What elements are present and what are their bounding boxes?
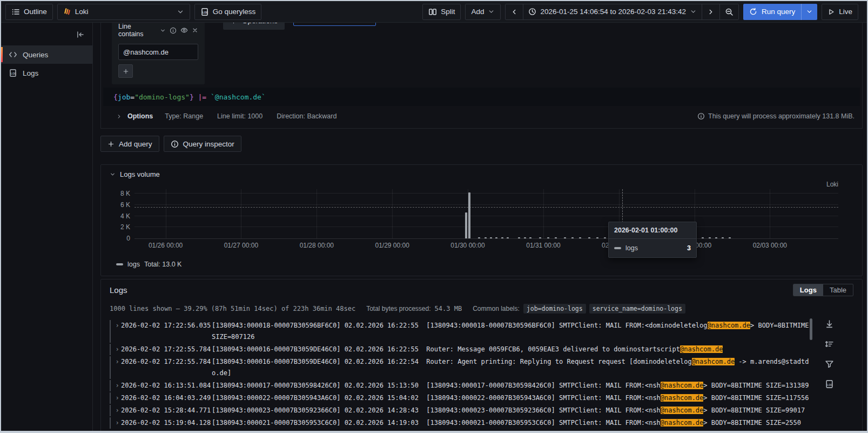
run-query-interval-dropdown[interactable]	[801, 4, 817, 20]
datasource-picker[interactable]: Loki	[57, 4, 190, 20]
collapse-section-icon[interactable]	[110, 171, 116, 177]
log-message: [1380943:000016-00007B3059DE46C0] 02.02.…	[212, 356, 813, 379]
expand-log-row-icon[interactable]: ›	[113, 380, 121, 391]
log-timestamp: 2026-02-02 16:04:03.249	[121, 392, 212, 404]
add-query-button[interactable]: Add query	[100, 136, 159, 152]
toggle-logs[interactable]: Logs	[793, 284, 823, 296]
option-line-limit: Line limit: 1000	[217, 112, 263, 120]
log-row[interactable]: ›2026-02-02 16:13:51.084[1380943:000017-…	[110, 380, 853, 391]
expand-log-row-icon[interactable]: ›	[113, 320, 121, 343]
x-axis-tick-label: 01/27 00:00	[224, 242, 258, 249]
log-volume-bar	[579, 237, 581, 238]
logs-meta-row: 1000 lines shown — 39.29% (87h 51min 14s…	[110, 304, 853, 314]
log-text: > BODY=8BITMIME SIZE=131389	[703, 382, 809, 389]
log-volume-bar	[490, 237, 492, 238]
sidebar-item-queries[interactable]: Queries	[1, 45, 92, 64]
filter-icon[interactable]	[825, 359, 834, 369]
query-code-segments: {job="domino-logs"} |= `@nashcom.de`	[113, 93, 266, 101]
add-dropdown-button[interactable]: Add	[465, 4, 501, 20]
log-context-icon[interactable]: LOG	[825, 379, 834, 389]
log-message: [1380943:000022-00007B305943A6C0] 02.02.…	[212, 392, 813, 404]
options-toggle[interactable]: Options	[127, 112, 153, 120]
h-gridline	[134, 216, 838, 216]
split-columns-icon	[428, 8, 437, 16]
info-icon	[171, 140, 179, 148]
eye-icon[interactable]	[180, 26, 188, 34]
line-contains-value-input[interactable]	[118, 44, 198, 60]
zoom-out-time-button[interactable]	[719, 4, 739, 20]
chevron-right-icon[interactable]	[116, 114, 122, 119]
log-row[interactable]: ›2026-02-02 17:22:56.035[1380943:000018-…	[110, 320, 853, 343]
x-axis-tick-label: 02/03 00:00	[753, 242, 787, 249]
sidebar-item-label: Logs	[23, 69, 38, 77]
log-level-bar	[110, 356, 111, 379]
logs-volume-chart[interactable]: Loki 02 K4 K6 K8 K01/26 00:0001/27 00:00…	[110, 179, 853, 253]
query-size-estimate: This query will process approximately 13…	[697, 112, 854, 120]
log-text: [1380943:000022-00007B305943A6C0] 02.02.…	[212, 394, 661, 402]
y-axis-tick-label: 0	[111, 235, 130, 242]
add-value-button[interactable]	[118, 64, 133, 78]
log-message: [1380943:000018-00007B30596BF6C0] 02.02.…	[212, 320, 813, 343]
v-gridline	[392, 189, 393, 238]
search-match-highlight: @nashcom.de	[708, 322, 750, 329]
query-inspector-button[interactable]: Query inspector	[164, 136, 241, 152]
operations-button[interactable]: Operations	[223, 23, 285, 30]
sort-order-icon[interactable]	[825, 339, 834, 349]
chevron-down-icon	[488, 8, 495, 15]
log-volume-bar	[485, 237, 487, 238]
logs-volume-panel: Logs volume Loki 02 K4 K6 K8 K01/26 00:0…	[100, 164, 863, 276]
v-gridline	[166, 189, 166, 238]
chart-legend[interactable]: logs Total: 13.0 K	[116, 261, 853, 268]
log-volume-bar	[555, 237, 557, 238]
run-query-button[interactable]: Run query	[743, 4, 801, 20]
zoom-out-icon	[725, 8, 734, 16]
threshold-line	[134, 207, 838, 208]
tooltip-value: 3	[687, 244, 691, 252]
time-shift-forward-button[interactable]	[702, 4, 720, 20]
operation-title: Line contains	[118, 23, 156, 38]
expand-log-row-icon[interactable]: ›	[113, 392, 121, 404]
log-text: > BODY=8BITMIME SIZE=117556	[703, 394, 809, 402]
expand-log-row-icon[interactable]: ›	[113, 344, 121, 355]
expand-log-row-icon[interactable]: ›	[113, 405, 121, 416]
v-gridline	[770, 189, 770, 238]
log-row[interactable]: ›2026-02-02 15:28:44.771[1380943:000023-…	[110, 405, 853, 416]
time-range-button[interactable]: 2026-01-25 14:06:54 to 2026-02-03 21:43:…	[523, 4, 702, 20]
logs-volume-plot[interactable]: 02 K4 K6 K8 K01/26 00:0001/27 00:0001/28…	[134, 189, 838, 239]
toggle-table[interactable]: Table	[823, 284, 853, 296]
expand-log-row-icon[interactable]: ›	[113, 417, 121, 429]
log-file-icon: LOG	[200, 8, 209, 16]
go-queryless-button[interactable]: LOG Go queryless	[194, 4, 262, 20]
outline-button[interactable]: Outline	[5, 4, 53, 20]
y-axis-tick-label: 8 K	[111, 190, 130, 197]
live-button[interactable]: Live	[822, 4, 858, 20]
hint-add-logfmt-parser-button[interactable]: hint: add logfmt parser	[293, 23, 376, 26]
log-row[interactable]: ›2026-02-02 17:22:55.784[1380943:000016-…	[110, 356, 853, 379]
v-gridline	[241, 189, 241, 238]
time-shift-back-button[interactable]	[505, 4, 523, 20]
live-label: Live	[839, 8, 852, 16]
log-timestamp: 2026-02-02 17:22:56.035	[121, 320, 212, 343]
log-text: [1380943:000021-00007B305953C6C0] 02.02.…	[212, 419, 661, 427]
close-icon[interactable]	[192, 27, 198, 34]
logql-query-code[interactable]: {job="domino-logs"} |= `@nashcom.de`	[103, 88, 860, 106]
split-button[interactable]: Split	[422, 4, 461, 20]
info-icon[interactable]	[170, 27, 177, 34]
logs-scrollbar[interactable]	[810, 318, 812, 340]
chevron-down-icon[interactable]	[160, 28, 166, 34]
log-volume-bar	[478, 237, 480, 238]
sidebar-item-logs[interactable]: LOG Logs	[1, 64, 92, 82]
loki-logo-icon	[63, 8, 71, 16]
log-volume-bar	[596, 237, 598, 238]
expand-log-row-icon[interactable]: ›	[113, 356, 121, 379]
scroll-to-bottom-icon[interactable]	[825, 319, 834, 329]
log-text: [1380943:000016-00007B3059DE46C0] 02.02.…	[212, 345, 680, 353]
log-volume-bar	[588, 237, 590, 238]
log-row[interactable]: ›2026-02-02 15:19:04.128[1380943:000021-…	[110, 417, 853, 429]
log-row[interactable]: ›2026-02-02 17:22:55.784[1380943:000016-…	[110, 344, 853, 355]
search-match-highlight: @nashcom.de	[692, 358, 735, 365]
common-label-chip: service_name=domino-logs	[589, 304, 685, 314]
log-row[interactable]: ›2026-02-02 16:04:03.249[1380943:000022-…	[110, 392, 853, 404]
collapse-sidebar-icon[interactable]	[76, 30, 85, 39]
logs-panel: Logs Logs Table 1000 lines shown — 39.29…	[100, 279, 863, 432]
